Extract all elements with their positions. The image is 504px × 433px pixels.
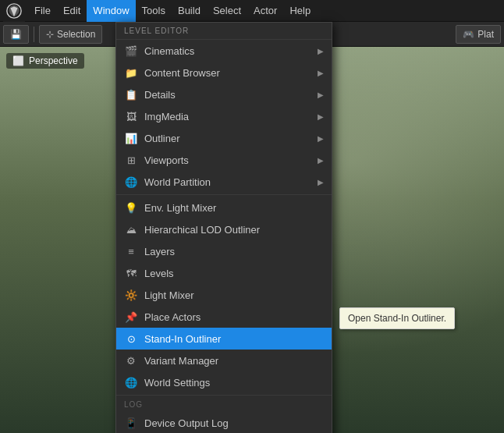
menu-item-device-output-log[interactable]: 📱 Device Output Log xyxy=(116,412,332,433)
imgmedia-label: ImgMedia xyxy=(144,111,318,122)
viewports-icon: ⊞ xyxy=(124,153,138,167)
folder-icon: 📁 xyxy=(124,66,138,80)
window-dropdown-menu: LEVEL EDITOR 🎬 Cinematics ▶ 📁 Content Br… xyxy=(115,22,332,433)
content-browser-label: Content Browser xyxy=(144,67,318,79)
menu-item-imgmedia[interactable]: 🖼 ImgMedia ▶ xyxy=(116,105,332,127)
imgmedia-arrow: ▶ xyxy=(318,112,324,121)
cinematics-label: Cinematics xyxy=(144,45,318,57)
menu-item-hierarchical-lod[interactable]: ⛰ Hierarchical LOD Outliner xyxy=(116,218,332,240)
tooltip-text: Open Stand-In Outliner. xyxy=(348,313,446,324)
hierarchical-lod-label: Hierarchical LOD Outliner xyxy=(144,224,324,236)
divider-log xyxy=(116,395,332,396)
layers-label: Layers xyxy=(144,246,324,257)
menu-item-stand-in-outliner[interactable]: ⊙ Stand-In Outliner xyxy=(116,328,332,350)
menu-item-layers[interactable]: ≡ Layers xyxy=(116,240,332,262)
variant-icon: ⚙ xyxy=(124,353,138,367)
log-section-label: LOG xyxy=(116,397,332,412)
device-icon: 📱 xyxy=(124,416,138,430)
menu-help[interactable]: Help xyxy=(283,0,317,22)
viewport-label-container: ⬜ Perspective xyxy=(6,53,84,69)
save-icon: 💾 xyxy=(10,29,22,40)
world-partition-arrow: ▶ xyxy=(318,178,324,186)
menu-item-levels[interactable]: 🗺 Levels xyxy=(116,262,332,284)
details-arrow: ▶ xyxy=(318,91,324,99)
menu-select[interactable]: Select xyxy=(207,0,247,22)
world-icon: 🌐 xyxy=(124,375,138,389)
menu-bar: File Edit Window Tools Build Select Acto… xyxy=(0,0,504,22)
level-editor-section-label: LEVEL EDITOR xyxy=(116,23,332,40)
viewports-arrow: ▶ xyxy=(318,156,324,165)
world-partition-label: World Partition xyxy=(144,176,318,188)
viewports-label: Viewports xyxy=(144,154,318,166)
menu-item-env-light-mixer[interactable]: 💡 Env. Light Mixer xyxy=(116,197,332,218)
levels-icon: 🗺 xyxy=(124,266,138,280)
partition-icon: 🌐 xyxy=(124,175,138,189)
outliner-icon: 📊 xyxy=(124,131,138,145)
save-button[interactable]: 💾 xyxy=(3,25,29,44)
layers-icon: ≡ xyxy=(124,244,138,258)
details-label: Details xyxy=(144,89,318,101)
viewport-perspective-label: Perspective xyxy=(29,55,78,66)
light-mixer-label: Light Mixer xyxy=(144,289,324,301)
content-browser-arrow: ▶ xyxy=(318,69,324,77)
menu-tools[interactable]: Tools xyxy=(136,0,172,22)
tooltip-stand-in-outliner: Open Stand-In Outliner. xyxy=(339,307,455,329)
menu-item-outliner[interactable]: 📊 Outliner ▶ xyxy=(116,127,332,149)
menu-item-details[interactable]: 📋 Details ▶ xyxy=(116,83,332,105)
stand-in-outliner-label: Stand-In Outliner xyxy=(144,333,324,345)
cursor-icon: ⊹ xyxy=(46,29,54,40)
outliner-label: Outliner xyxy=(144,133,318,144)
menu-item-content-browser[interactable]: 📁 Content Browser ▶ xyxy=(116,62,332,83)
details-icon: 📋 xyxy=(124,87,138,101)
outliner-arrow: ▶ xyxy=(318,134,324,143)
world-settings-label: World Settings xyxy=(144,377,324,389)
menu-item-cinematics[interactable]: 🎬 Cinematics ▶ xyxy=(116,40,332,62)
menu-edit[interactable]: Edit xyxy=(57,0,87,22)
env-light-mixer-label: Env. Light Mixer xyxy=(144,202,324,214)
menu-file[interactable]: File xyxy=(28,0,57,22)
levels-label: Levels xyxy=(144,268,324,279)
selection-mode-button[interactable]: ⊹ Selection xyxy=(39,25,102,44)
menu-item-variant-manager[interactable]: ⚙ Variant Manager xyxy=(116,350,332,371)
variant-manager-label: Variant Manager xyxy=(144,355,324,367)
cinematics-arrow: ▶ xyxy=(318,47,324,55)
app-logo[interactable] xyxy=(3,0,25,22)
menu-item-place-actors[interactable]: 📌 Place Actors xyxy=(116,306,332,328)
lod-icon: ⛰ xyxy=(124,222,138,236)
light-icon: 💡 xyxy=(124,201,138,215)
toolbar-divider xyxy=(34,27,34,42)
imgmedia-icon: 🖼 xyxy=(124,109,138,123)
standin-icon: ⊙ xyxy=(124,332,138,346)
selection-label: Selection xyxy=(57,29,95,40)
lightmixer-icon: 🔆 xyxy=(124,288,138,302)
platform-icon: 🎮 xyxy=(463,29,474,40)
divider-1 xyxy=(116,194,332,195)
platform-label: Plat xyxy=(477,29,494,40)
device-output-log-label: Device Output Log xyxy=(144,417,324,429)
menu-item-world-partition[interactable]: 🌐 World Partition ▶ xyxy=(116,171,332,193)
place-actors-label: Place Actors xyxy=(144,311,324,323)
perspective-icon: ⬜ xyxy=(12,55,24,66)
menu-item-viewports[interactable]: ⊞ Viewports ▶ xyxy=(116,149,332,171)
menu-window[interactable]: Window xyxy=(87,0,135,22)
menu-item-light-mixer[interactable]: 🔆 Light Mixer xyxy=(116,284,332,306)
menu-build[interactable]: Build xyxy=(172,0,207,22)
menu-actor[interactable]: Actor xyxy=(247,0,283,22)
menu-item-world-settings[interactable]: 🌐 World Settings xyxy=(116,371,332,393)
film-icon: 🎬 xyxy=(124,44,138,58)
place-icon: 📌 xyxy=(124,310,138,324)
platform-button[interactable]: 🎮 Plat xyxy=(456,25,501,44)
